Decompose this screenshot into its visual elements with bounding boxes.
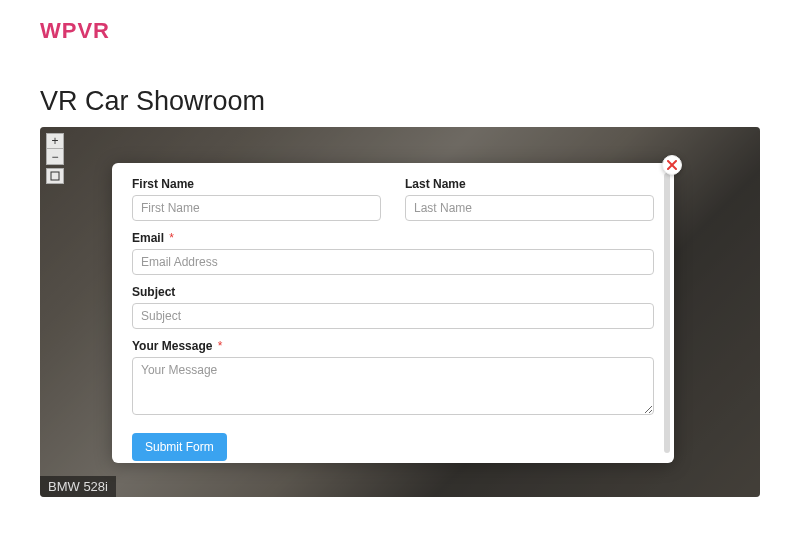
vr-controls: + − <box>46 133 64 184</box>
last-name-label: Last Name <box>405 177 654 191</box>
page-title: VR Car Showroom <box>40 86 760 117</box>
last-name-input[interactable] <box>405 195 654 221</box>
close-icon <box>667 160 677 170</box>
first-name-label: First Name <box>132 177 381 191</box>
last-name-group: Last Name <box>405 177 654 221</box>
vr-viewer[interactable]: + − BMW 528i First Name <box>40 127 760 497</box>
fullscreen-icon <box>50 171 60 181</box>
zoom-in-button[interactable]: + <box>46 133 64 149</box>
zoom-out-button[interactable]: − <box>46 149 64 165</box>
subject-label: Subject <box>132 285 654 299</box>
message-required-mark: * <box>218 339 223 353</box>
email-label: Email * <box>132 231 654 245</box>
submit-button[interactable]: Submit Form <box>132 433 227 461</box>
modal-scrollbar[interactable] <box>664 173 670 453</box>
message-group: Your Message * <box>132 339 654 419</box>
email-input[interactable] <box>132 249 654 275</box>
email-label-text: Email <box>132 231 164 245</box>
subject-group: Subject <box>132 285 654 329</box>
modal-close-button[interactable] <box>662 155 682 175</box>
scene-caption: BMW 528i <box>40 476 116 497</box>
first-name-group: First Name <box>132 177 381 221</box>
message-label-text: Your Message <box>132 339 212 353</box>
email-required-mark: * <box>169 231 174 245</box>
svg-rect-0 <box>51 172 59 180</box>
first-name-input[interactable] <box>132 195 381 221</box>
message-label: Your Message * <box>132 339 654 353</box>
fullscreen-button[interactable] <box>46 168 64 184</box>
brand-title: WPVR <box>40 18 760 44</box>
contact-form-modal: First Name Last Name Email * Subject <box>112 163 674 463</box>
email-group: Email * <box>132 231 654 275</box>
subject-input[interactable] <box>132 303 654 329</box>
message-textarea[interactable] <box>132 357 654 415</box>
